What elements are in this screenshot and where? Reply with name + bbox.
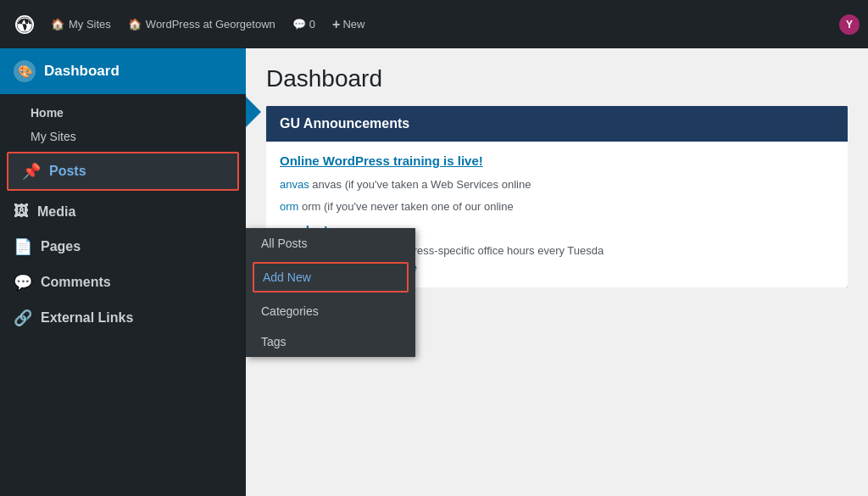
external-links-label: External Links <box>41 310 133 326</box>
sidebar-item-posts[interactable]: 📌 Posts <box>8 153 237 189</box>
new-button[interactable]: + New <box>326 14 371 36</box>
sidebar-nav: Home My Sites 📌 Posts 🖼 Media 📄 Pages <box>0 94 246 343</box>
sidebar-item-external-links[interactable]: 🔗 External Links <box>0 300 246 336</box>
training-text-2: orm orm (if you've never taken one of ou… <box>280 198 834 215</box>
comments-nav-label: Comments <box>41 275 111 290</box>
layout: 🎨 Dashboard Home My Sites 📌 Posts 🖼 Medi… <box>0 48 868 496</box>
add-new-label: Add New <box>263 270 311 284</box>
flyout-all-posts[interactable]: All Posts <box>246 228 415 259</box>
tags-label: Tags <box>261 335 287 348</box>
wp-logo[interactable] <box>8 12 41 37</box>
comments-button[interactable]: 💬 0 <box>286 14 322 34</box>
admin-bar: 🏠 My Sites 🏠 WordPress at Georgetown 💬 0… <box>0 0 868 48</box>
my-sites-label: My Sites <box>69 18 111 31</box>
form-link[interactable]: orm <box>280 200 298 213</box>
comments-icon: 💬 <box>292 18 306 31</box>
training-text-1: anvas anvas (if you've taken a Web Servi… <box>280 176 834 193</box>
training-title[interactable]: Online WordPress training is live! <box>280 153 834 168</box>
all-posts-label: All Posts <box>261 237 307 250</box>
dashboard-label: Dashboard <box>44 63 120 80</box>
comments-nav-icon: 💬 <box>14 273 32 292</box>
media-icon: 🖼 <box>14 203 29 220</box>
comments-count: 0 <box>309 18 315 31</box>
posts-icon: 📌 <box>22 162 41 181</box>
flyout-categories[interactable]: Categories <box>246 296 415 326</box>
my-sites-button[interactable]: 🏠 My Sites <box>44 14 118 34</box>
site-home-icon: 🏠 <box>128 18 142 31</box>
my-sites-nav-label: My Sites <box>31 130 76 143</box>
sidebar-item-pages[interactable]: 📄 Pages <box>0 229 246 265</box>
site-name-label: WordPress at Georgetown <box>146 18 275 31</box>
announcements-title: GU Announcements <box>280 116 409 131</box>
posts-label: Posts <box>49 164 86 179</box>
yoast-label: Y <box>846 19 853 31</box>
sidebar-item-media[interactable]: 🖼 Media <box>0 194 246 229</box>
sidebar-item-home[interactable]: Home <box>0 101 246 125</box>
sidebar-item-my-sites[interactable]: My Sites <box>0 125 246 148</box>
pages-label: Pages <box>41 239 81 254</box>
flyout-tags[interactable]: Tags <box>246 326 415 357</box>
page-title: Dashboard <box>266 65 848 92</box>
posts-flyout-menu: All Posts Add New Categories Tags <box>246 228 415 357</box>
announcements-header: GU Announcements <box>266 106 848 142</box>
external-links-icon: 🔗 <box>14 309 32 327</box>
media-label: Media <box>37 204 75 220</box>
canvas-link[interactable]: anvas <box>280 178 309 191</box>
flyout-add-new[interactable]: Add New <box>253 262 409 293</box>
new-label: New <box>342 18 364 31</box>
pages-icon: 📄 <box>14 237 32 256</box>
plus-icon: + <box>332 17 340 32</box>
dashboard-icon: 🎨 <box>14 60 36 82</box>
posts-box: 📌 Posts <box>7 152 239 191</box>
sidebar: 🎨 Dashboard Home My Sites 📌 Posts 🖼 Medi… <box>0 48 246 496</box>
sidebar-item-comments[interactable]: 💬 Comments <box>0 265 246 300</box>
categories-label: Categories <box>261 304 319 318</box>
sidebar-item-dashboard[interactable]: 🎨 Dashboard <box>0 48 246 94</box>
site-name-button[interactable]: 🏠 WordPress at Georgetown <box>121 14 282 34</box>
home-icon: 🏠 <box>51 18 64 31</box>
yoast-button[interactable]: Y <box>839 14 860 35</box>
home-label: Home <box>31 106 64 120</box>
